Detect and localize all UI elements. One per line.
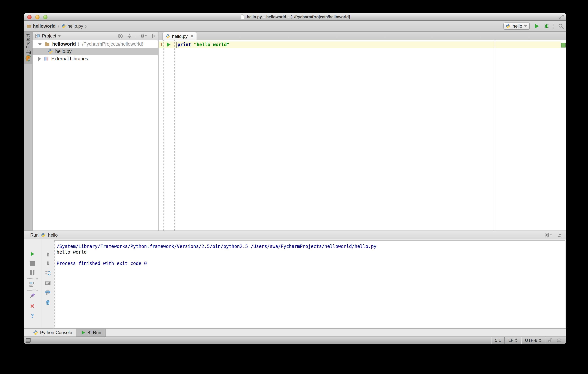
dock-icon[interactable] [45,280,51,286]
run-tool-window: Run hello ✕ ? [24,231,566,328]
tree-root-name: helloworld [52,41,76,47]
traffic-lights [27,15,47,19]
pin-tab-button[interactable] [29,293,35,299]
updown-arrows-icon [515,338,518,342]
tool-window-bar: Python Console 4: Run [24,328,566,337]
toolbar-separator [27,290,38,290]
updown-arrows-icon [539,338,541,342]
debug-button[interactable] [544,23,549,29]
line-ending-widget[interactable]: LF [505,337,521,344]
breadcrumb-file-label: hello.py [68,23,83,29]
run-panel-header: Run hello [24,231,566,239]
main-toolbar: helloworld › hello.py › hello [24,21,566,32]
run-panel-header-buttons [545,232,563,238]
chevron-down-icon [524,25,527,27]
left-tool-window-stripe: 1: Project [24,32,32,231]
project-panel-title[interactable]: Project [42,33,56,39]
run-tab-selected[interactable]: 4: Run [76,329,105,337]
document-icon [240,14,245,20]
up-arrow-icon[interactable] [45,252,51,257]
chevron-down-icon[interactable] [58,35,61,37]
trash-icon[interactable] [45,299,51,306]
tree-row-external-libraries[interactable]: External Libraries [32,55,158,63]
run-button[interactable] [534,23,540,29]
python-console-tab[interactable]: Python Console [29,329,76,337]
zoom-window-button[interactable] [43,15,47,19]
code-string: "hello world" [194,42,230,47]
editor-tab-hello-py[interactable]: hello.py ✕ [163,32,197,40]
print-icon[interactable] [45,289,51,296]
fullscreen-resize-icon[interactable] [559,14,564,20]
pycharm-window: hello.py – helloworld – [~/PycharmProjec… [24,13,566,344]
search-everywhere-button[interactable] [558,23,564,29]
editor-area: hello.py ✕ 1 print "hello world" [159,32,566,231]
caret-position-value: 5:1 [495,338,501,343]
toggle-toolbuttons-icon[interactable] [25,338,31,343]
editor-tab-bar: hello.py ✕ [159,32,566,40]
folder-icon [26,24,32,28]
python-icon [33,330,38,335]
hector-inspector-icon[interactable] [556,338,562,343]
breadcrumb-file[interactable]: hello.py [61,23,83,29]
inspection-ok-indicator[interactable] [561,43,566,47]
unlock-icon[interactable] [547,338,553,343]
right-margin-guide [495,40,495,231]
show-console-icon[interactable] [29,281,35,287]
project-tool-window-tab-label: 1: Project [26,34,31,54]
code-keyword: print [178,42,191,47]
main-content: 1: Project Project [24,32,566,231]
caret-position-widget[interactable]: 5:1 [492,337,504,344]
code-line-1[interactable]: print "hello world" [178,42,230,47]
code-editor[interactable]: 1 print "hello world" [159,40,566,231]
down-arrow-icon[interactable] [45,261,51,266]
close-window-button[interactable] [27,15,32,19]
text-caret [177,42,177,48]
python-icon [505,24,511,29]
minimize-window-button[interactable] [35,15,40,19]
close-icon[interactable]: ✕ [30,304,35,309]
locate-target-icon[interactable] [118,33,123,39]
run-configuration-label: hello [513,23,522,29]
toolbar-separator [27,278,38,279]
project-panel: Project helloworld [32,32,158,231]
gear-icon[interactable] [545,232,552,238]
title-bar[interactable]: hello.py – helloworld – [~/PycharmProjec… [24,13,566,21]
folder-icon [45,42,50,47]
play-icon [81,330,86,335]
breadcrumb-project[interactable]: helloworld [26,23,56,29]
pycharm-logo-icon [25,55,32,62]
encoding-widget[interactable]: UTF-8 [522,337,545,344]
collapse-all-icon[interactable] [127,33,132,39]
chevron-expanded-icon[interactable] [38,43,42,45]
chevron-collapsed-icon[interactable] [38,57,41,61]
project-tool-window-tab[interactable]: 1: Project [24,32,32,64]
tree-root-path: (~/PycharmProjects/helloworld) [78,41,143,47]
hide-panel-icon[interactable] [151,33,156,39]
toolbar-separator [554,23,554,29]
run-tab-label: 4: Run [88,330,101,335]
breadcrumb-separator: › [84,22,87,30]
status-separator [545,337,546,344]
project-pane-icon [35,33,40,39]
hide-down-icon[interactable] [557,232,563,238]
gear-icon[interactable] [140,33,147,39]
status-bar-widgets: 5:1 LF UTF-8 [491,337,564,344]
toolbar-separator [136,33,136,39]
error-stripe[interactable] [561,40,566,231]
stop-button[interactable] [30,261,35,266]
tree-row-file-selected[interactable]: hello.py [32,48,158,55]
help-icon[interactable]: ? [31,313,34,319]
window-title-group: hello.py – helloworld – [~/PycharmProjec… [24,13,566,21]
run-configuration-select[interactable]: hello [504,22,530,30]
gutter-separator [174,40,175,231]
pause-output-button[interactable] [30,270,35,275]
run-console-output[interactable]: /System/Library/Frameworks/Python.framew… [54,240,565,328]
window-title: hello.py – helloworld – [~/PycharmProjec… [247,15,350,19]
tree-file-name: hello.py [55,49,72,54]
rerun-button[interactable] [30,251,35,257]
run-line-gutter-icon[interactable] [166,42,171,47]
tree-row-root[interactable]: helloworld (~/PycharmProjects/helloworld… [32,40,158,48]
close-tab-icon[interactable]: ✕ [189,34,194,39]
restore-layout-icon[interactable] [45,270,51,276]
python-icon [48,49,53,54]
